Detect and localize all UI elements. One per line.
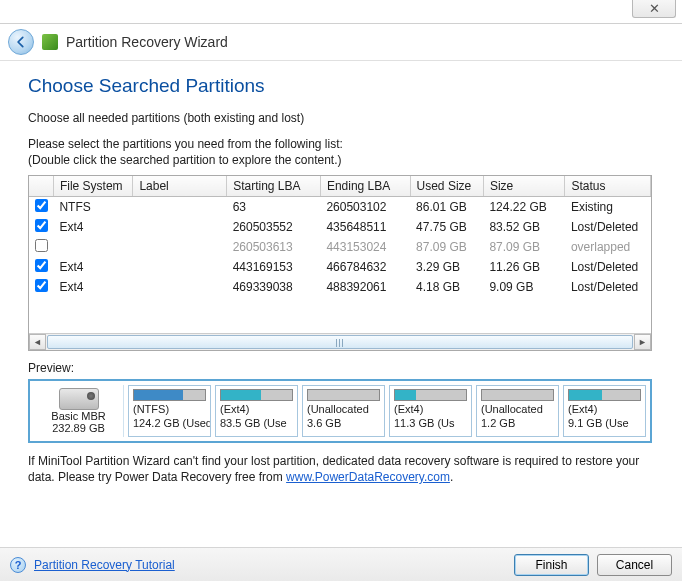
disk-size: 232.89 GB xyxy=(52,422,105,434)
table-row[interactable]: Ext44431691534667846323.29 GB11.26 GBLos… xyxy=(29,257,651,277)
cell-fs: Ext4 xyxy=(53,277,132,297)
partition-detail: 1.2 GB xyxy=(481,417,554,429)
row-checkbox[interactable] xyxy=(35,259,48,272)
cell-end: 443153024 xyxy=(320,237,410,257)
usage-bar xyxy=(307,389,380,401)
back-button[interactable] xyxy=(8,29,34,55)
cell-start: 443169153 xyxy=(227,257,321,277)
col-filesystem[interactable]: File System xyxy=(53,176,132,197)
cell-fs xyxy=(53,237,132,257)
cell-end: 488392061 xyxy=(320,277,410,297)
window-titlebar: ✕ xyxy=(0,0,682,24)
col-label[interactable]: Label xyxy=(133,176,227,197)
window-close-button[interactable]: ✕ xyxy=(632,0,676,18)
cell-status: Lost/Deleted xyxy=(565,257,651,277)
partition-detail: 3.6 GB xyxy=(307,417,380,429)
cell-fs: Ext4 xyxy=(53,217,132,237)
arrow-left-icon xyxy=(14,35,28,49)
table-row[interactable]: 26050361344315302487.09 GB87.09 GBoverla… xyxy=(29,237,651,257)
col-size[interactable]: Size xyxy=(483,176,565,197)
preview-disk[interactable]: Basic MBR 232.89 GB xyxy=(34,385,124,437)
cell-fs: Ext4 xyxy=(53,257,132,277)
preview-partition[interactable]: (Unallocated3.6 GB xyxy=(302,385,385,437)
finish-button[interactable]: Finish xyxy=(514,554,589,576)
table-row[interactable]: NTFS6326050310286.01 GB124.22 GBExisting xyxy=(29,197,651,218)
horizontal-scrollbar[interactable]: ◄ ► xyxy=(29,333,651,350)
preview-partition[interactable]: (Ext4)83.5 GB (Use xyxy=(215,385,298,437)
cancel-button[interactable]: Cancel xyxy=(597,554,672,576)
close-icon: ✕ xyxy=(649,1,660,16)
disk-name: Basic MBR xyxy=(51,410,105,422)
cell-used: 87.09 GB xyxy=(410,237,483,257)
cell-status: Lost/Deleted xyxy=(565,277,651,297)
preview-box: Basic MBR 232.89 GB (NTFS)124.2 GB (Used… xyxy=(28,379,652,443)
col-status[interactable]: Status xyxy=(565,176,651,197)
note-text-post: . xyxy=(450,470,453,484)
cell-size: 124.22 GB xyxy=(483,197,565,218)
cell-size: 87.09 GB xyxy=(483,237,565,257)
cell-end: 260503102 xyxy=(320,197,410,218)
table-header-row: File System Label Starting LBA Ending LB… xyxy=(29,176,651,197)
col-used-size[interactable]: Used Size xyxy=(410,176,483,197)
preview-partition[interactable]: (NTFS)124.2 GB (Used: 69% xyxy=(128,385,211,437)
usage-bar xyxy=(481,389,554,401)
page-title: Choose Searched Partitions xyxy=(28,75,654,97)
bottom-bar: ? Partition Recovery Tutorial Finish Can… xyxy=(0,547,682,581)
scroll-thumb[interactable] xyxy=(47,335,633,349)
usage-bar xyxy=(220,389,293,401)
partition-detail: 11.3 GB (Us xyxy=(394,417,467,429)
partition-detail: 124.2 GB (Used: 69% xyxy=(133,417,206,429)
cell-label xyxy=(133,277,227,297)
cell-used: 3.29 GB xyxy=(410,257,483,277)
usage-bar xyxy=(568,389,641,401)
cell-status: Lost/Deleted xyxy=(565,217,651,237)
scroll-left-button[interactable]: ◄ xyxy=(29,334,46,350)
preview-label: Preview: xyxy=(28,361,654,375)
cell-label xyxy=(133,257,227,277)
help-icon[interactable]: ? xyxy=(10,557,26,573)
row-checkbox[interactable] xyxy=(35,219,48,232)
partition-name: (Ext4) xyxy=(394,403,467,415)
col-checkbox[interactable] xyxy=(29,176,53,197)
cell-start: 63 xyxy=(227,197,321,218)
cell-size: 9.09 GB xyxy=(483,277,565,297)
partition-name: (Ext4) xyxy=(568,403,641,415)
row-checkbox[interactable] xyxy=(35,239,48,252)
preview-partition[interactable]: (Unallocated1.2 GB xyxy=(476,385,559,437)
cell-fs: NTFS xyxy=(53,197,132,218)
row-checkbox[interactable] xyxy=(35,279,48,292)
table-blank-area xyxy=(29,297,651,333)
preview-partition[interactable]: (Ext4)11.3 GB (Us xyxy=(389,385,472,437)
cell-label xyxy=(133,237,227,257)
data-recovery-link[interactable]: www.PowerDataRecovery.com xyxy=(286,470,450,484)
col-start-lba[interactable]: Starting LBA xyxy=(227,176,321,197)
usage-bar xyxy=(394,389,467,401)
header-bar: Partition Recovery Wizard xyxy=(0,24,682,61)
partition-name: (Unallocated xyxy=(307,403,380,415)
table-row[interactable]: Ext426050355243564851147.75 GB83.52 GBLo… xyxy=(29,217,651,237)
partition-name: (NTFS) xyxy=(133,403,206,415)
page-subtitle-1: Choose all needed partitions (both exist… xyxy=(28,111,654,125)
scroll-right-button[interactable]: ► xyxy=(634,334,651,350)
cell-start: 469339038 xyxy=(227,277,321,297)
page-subtitle-3: (Double click the searched partition to … xyxy=(28,153,654,167)
cell-size: 83.52 GB xyxy=(483,217,565,237)
cell-label xyxy=(133,217,227,237)
cell-used: 86.01 GB xyxy=(410,197,483,218)
cell-start: 260503613 xyxy=(227,237,321,257)
col-end-lba[interactable]: Ending LBA xyxy=(320,176,410,197)
app-icon xyxy=(42,34,58,50)
partition-detail: 9.1 GB (Use xyxy=(568,417,641,429)
partitions-table-wrap: File System Label Starting LBA Ending LB… xyxy=(28,175,652,351)
cell-label xyxy=(133,197,227,218)
tutorial-link[interactable]: Partition Recovery Tutorial xyxy=(34,558,175,572)
partitions-table: File System Label Starting LBA Ending LB… xyxy=(29,176,651,297)
usage-bar xyxy=(133,389,206,401)
partition-detail: 83.5 GB (Use xyxy=(220,417,293,429)
cell-end: 435648511 xyxy=(320,217,410,237)
cell-status: Existing xyxy=(565,197,651,218)
table-row[interactable]: Ext44693390384883920614.18 GB9.09 GBLost… xyxy=(29,277,651,297)
preview-partition[interactable]: (Ext4)9.1 GB (Use xyxy=(563,385,646,437)
row-checkbox[interactable] xyxy=(35,199,48,212)
cell-used: 47.75 GB xyxy=(410,217,483,237)
